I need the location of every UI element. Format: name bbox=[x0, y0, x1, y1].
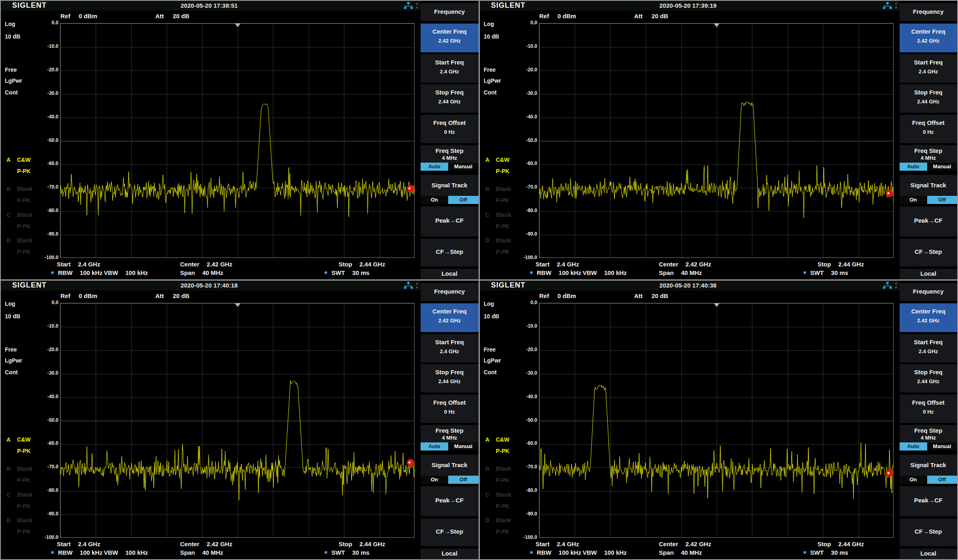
y-tick-label: -90.0 bbox=[512, 231, 537, 237]
spectrum-plot bbox=[539, 23, 894, 258]
stop-freq-value: 2.44 GHz bbox=[838, 261, 864, 268]
freq-step-auto-toggle[interactable]: Auto bbox=[900, 442, 927, 451]
stop-freq-button[interactable]: Stop Freq 2.44 GHz bbox=[900, 364, 958, 393]
trace-b-detector: P-PK bbox=[17, 477, 30, 483]
usb-indicator-dots bbox=[895, 282, 897, 290]
ref-value: 0 dBm bbox=[79, 13, 97, 19]
freq-offset-button[interactable]: Freq Offset 0 Hz bbox=[421, 115, 479, 143]
freq-step-manual-toggle[interactable]: Manual bbox=[448, 442, 479, 451]
trigger-label-lgpwr: LgPwr bbox=[484, 357, 501, 364]
peak-to-cf-button[interactable]: Peak→CF bbox=[900, 486, 958, 516]
freq-step-auto-toggle[interactable]: Auto bbox=[421, 442, 448, 451]
trigger-label-cont: Cont bbox=[484, 369, 497, 375]
freq-step-button[interactable]: Freq Step 4 MHz Auto Manual bbox=[421, 425, 479, 451]
center-freq-marker-icon bbox=[714, 303, 720, 307]
center-freq-button[interactable]: Center Freq 2.42 GHz bbox=[900, 24, 958, 52]
center-freq-label: Center bbox=[659, 541, 679, 547]
trace-d-id: D bbox=[6, 237, 11, 244]
local-button[interactable]: Local bbox=[421, 269, 479, 279]
signal-track-off-toggle[interactable]: Off bbox=[927, 196, 958, 204]
peak-to-cf-button[interactable]: Peak→CF bbox=[900, 206, 958, 236]
center-freq-label: Center bbox=[180, 261, 200, 268]
local-button[interactable]: Local bbox=[421, 549, 479, 559]
signal-track-on-toggle[interactable]: On bbox=[421, 196, 448, 204]
signal-track-on-toggle[interactable]: On bbox=[421, 476, 448, 484]
span-label: Span bbox=[659, 269, 674, 276]
start-freq-button[interactable]: Start Freq 2.4 GHz bbox=[421, 334, 479, 363]
level-settings-row: Ref 0 dBm Att 20 dB bbox=[480, 292, 958, 300]
cf-to-step-button[interactable]: CF→Step bbox=[421, 519, 479, 546]
start-freq-button[interactable]: Start Freq 2.4 GHz bbox=[900, 54, 958, 83]
y-tick-label: -10.0 bbox=[512, 323, 537, 329]
y-tick-label: -40.0 bbox=[33, 394, 58, 399]
stop-freq-button[interactable]: Stop Freq 2.44 GHz bbox=[421, 364, 479, 393]
cf-to-step-button[interactable]: CF→Step bbox=[900, 519, 958, 546]
track-point-marker bbox=[407, 459, 414, 466]
rbw-label: RBW bbox=[537, 549, 552, 556]
y-tick-label: -70.0 bbox=[33, 184, 58, 190]
softkey-menu: Frequency Center Freq 2.42 GHz Start Fre… bbox=[421, 1, 479, 279]
lan-network-icon bbox=[404, 282, 413, 290]
signal-track-on-toggle[interactable]: On bbox=[900, 196, 927, 204]
timestamp: 2020-05-20 17:40:18 bbox=[1, 282, 418, 289]
stop-freq-button[interactable]: Stop Freq 2.44 GHz bbox=[900, 84, 958, 113]
y-tick-label: -80.0 bbox=[512, 487, 537, 493]
local-button[interactable]: Local bbox=[900, 549, 958, 559]
peak-to-cf-button[interactable]: Peak→CF bbox=[421, 486, 479, 516]
cf-to-step-button[interactable]: CF→Step bbox=[900, 239, 958, 266]
ref-label: Ref bbox=[539, 13, 549, 19]
signal-track-button[interactable]: Signal Track On Off bbox=[900, 455, 958, 484]
trace-c-mode: Blank bbox=[17, 491, 32, 498]
freq-step-button[interactable]: Freq Step 4 MHz Auto Manual bbox=[900, 145, 958, 171]
trace-c-id: C bbox=[6, 212, 11, 218]
rbw-value: 100 kHz bbox=[558, 269, 581, 276]
signal-track-off-toggle[interactable]: Off bbox=[927, 476, 958, 484]
y-tick-label: -100.0 bbox=[512, 534, 537, 540]
freq-step-button[interactable]: Freq Step 4 MHz Auto Manual bbox=[900, 425, 958, 451]
freq-offset-button[interactable]: Freq Offset 0 Hz bbox=[421, 395, 479, 423]
stop-freq-value: 2.44 GHz bbox=[359, 541, 385, 547]
trace-b-id: B bbox=[485, 466, 490, 472]
trace-a-line bbox=[539, 102, 894, 218]
freq-step-button[interactable]: Freq Step 4 MHz Auto Manual bbox=[421, 145, 479, 171]
center-freq-value: 2.42 GHz bbox=[685, 541, 711, 547]
start-freq-button[interactable]: Start Freq 2.4 GHz bbox=[900, 334, 958, 363]
cf-to-step-button[interactable]: CF→Step bbox=[421, 239, 479, 266]
trace-d-mode: Blank bbox=[496, 517, 511, 524]
timestamp: 2020-05-20 17:38:51 bbox=[1, 2, 418, 9]
y-tick-label: -60.0 bbox=[512, 440, 537, 446]
lan-network-icon bbox=[883, 2, 892, 10]
rbw-status-dot bbox=[530, 551, 533, 554]
signal-track-button[interactable]: Signal Track On Off bbox=[421, 175, 479, 204]
signal-track-button[interactable]: Signal Track On Off bbox=[900, 175, 958, 204]
freq-step-manual-toggle[interactable]: Manual bbox=[927, 442, 958, 451]
freq-step-manual-toggle[interactable]: Manual bbox=[448, 163, 479, 171]
signal-track-off-toggle[interactable]: Off bbox=[448, 196, 479, 204]
y-tick-label: -100.0 bbox=[512, 255, 537, 260]
stop-freq-label: Stop bbox=[818, 541, 831, 547]
local-button[interactable]: Local bbox=[900, 269, 958, 279]
signal-track-on-toggle[interactable]: On bbox=[900, 476, 927, 484]
freq-step-auto-toggle[interactable]: Auto bbox=[421, 163, 448, 171]
freq-step-manual-toggle[interactable]: Manual bbox=[927, 163, 958, 171]
center-freq-button[interactable]: Center Freq 2.42 GHz bbox=[421, 24, 479, 52]
y-tick-label: -50.0 bbox=[512, 417, 537, 423]
spectrum-plot bbox=[539, 303, 894, 538]
signal-track-off-toggle[interactable]: Off bbox=[448, 476, 479, 484]
start-freq-label: Start bbox=[536, 261, 550, 268]
signal-track-button[interactable]: Signal Track On Off bbox=[421, 455, 479, 484]
stop-freq-value: 2.44 GHz bbox=[359, 261, 385, 268]
peak-to-cf-button[interactable]: Peak→CF bbox=[421, 206, 479, 236]
y-tick-label: -70.0 bbox=[512, 464, 537, 470]
start-freq-value: 2.4 GHz bbox=[78, 261, 100, 268]
stop-freq-button[interactable]: Stop Freq 2.44 GHz bbox=[421, 84, 479, 113]
scale-div-label: 10 dB bbox=[5, 33, 20, 40]
center-freq-button[interactable]: Center Freq 2.42 GHz bbox=[900, 303, 958, 332]
freq-offset-button[interactable]: Freq Offset 0 Hz bbox=[900, 395, 958, 423]
span-label: Span bbox=[180, 269, 195, 276]
y-tick-label: -80.0 bbox=[512, 208, 537, 213]
start-freq-button[interactable]: Start Freq 2.4 GHz bbox=[421, 54, 479, 83]
freq-offset-button[interactable]: Freq Offset 0 Hz bbox=[900, 115, 958, 143]
freq-step-auto-toggle[interactable]: Auto bbox=[900, 163, 927, 171]
center-freq-button[interactable]: Center Freq 2.42 GHz bbox=[421, 303, 479, 332]
